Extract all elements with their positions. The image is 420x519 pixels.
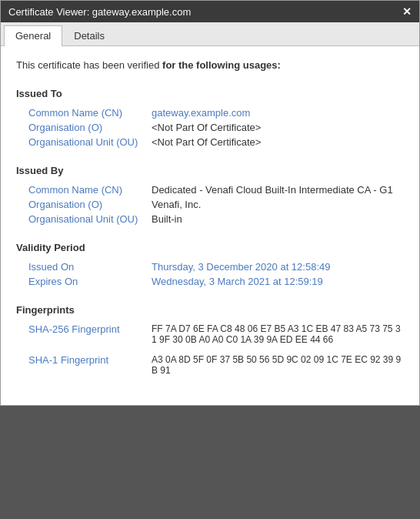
ou-row-issued-by: Organisational Unit (OU) Built-in	[16, 212, 404, 226]
ou-row-issued-to: Organisational Unit (OU) <Not Part Of Ce…	[16, 135, 404, 149]
issued-by-title: Issued By	[16, 165, 404, 176]
issued-by-section: Issued By Common Name (CN) Dedicated - V…	[16, 165, 404, 226]
expires-on-row: Expires On Wednesday, 3 March 2021 at 12…	[16, 274, 404, 289]
sha1-row: SHA-1 Fingerprint A3 0A 8D 5F 0F 37 5B 5…	[16, 353, 404, 377]
cn-row-issued-to: Common Name (CN) gateway.example.com	[16, 105, 404, 120]
certificate-viewer-window: Certificate Viewer: gateway.example.com …	[0, 0, 420, 406]
expires-on-label: Expires On	[28, 276, 152, 287]
org-label-issued-by: Organisation (O)	[28, 199, 152, 210]
sha256-label: SHA-256 Fingerprint	[28, 323, 152, 345]
cn-label-issued-by: Common Name (CN)	[28, 184, 152, 196]
cn-value-issued-by: Dedicated - Venafi Cloud Built-In Interm…	[152, 184, 393, 196]
issued-on-value: Thursday, 3 December 2020 at 12:58:49	[152, 261, 330, 273]
sha256-row: SHA-256 Fingerprint FF 7A D7 6E FA C8 48…	[16, 322, 404, 347]
org-row-issued-to: Organisation (O) <Not Part Of Certificat…	[16, 120, 404, 135]
cn-value-issued-to: gateway.example.com	[152, 107, 250, 119]
verified-text: This certificate has been verified for t…	[16, 59, 404, 72]
org-label-issued-to: Organisation (O)	[28, 122, 152, 133]
issued-to-section: Issued To Common Name (CN) gateway.examp…	[16, 88, 404, 149]
ou-label-issued-by: Organisational Unit (OU)	[28, 213, 152, 225]
issued-on-label: Issued On	[28, 261, 152, 273]
cn-row-issued-by: Common Name (CN) Dedicated - Venafi Clou…	[16, 182, 404, 197]
tab-general[interactable]: General	[4, 25, 62, 46]
fingerprints-title: Fingerprints	[16, 304, 404, 316]
tab-bar: General Details	[1, 22, 419, 46]
sha256-value: FF 7A D7 6E FA C8 48 06 E7 B5 A3 1C EB 4…	[152, 323, 404, 345]
fingerprints-section: Fingerprints SHA-256 Fingerprint FF 7A D…	[16, 304, 404, 377]
validity-title: Validity Period	[16, 242, 404, 253]
close-button[interactable]: ✕	[402, 5, 412, 18]
ou-label-issued-to: Organisational Unit (OU)	[28, 136, 152, 148]
tab-details[interactable]: Details	[62, 25, 116, 45]
content-area: This certificate has been verified for t…	[1, 46, 419, 405]
issued-on-row: Issued On Thursday, 3 December 2020 at 1…	[16, 260, 404, 274]
org-row-issued-by: Organisation (O) Venafi, Inc.	[16, 197, 404, 212]
issued-to-title: Issued To	[16, 88, 404, 99]
sha1-value: A3 0A 8D 5F 0F 37 5B 50 56 5D 9C 02 09 1…	[152, 354, 404, 376]
title-bar: Certificate Viewer: gateway.example.com …	[1, 1, 419, 22]
ou-value-issued-by: Built-in	[152, 213, 182, 225]
org-value-issued-to: <Not Part Of Certificate>	[152, 122, 261, 133]
window-title: Certificate Viewer: gateway.example.com	[8, 6, 191, 18]
validity-section: Validity Period Issued On Thursday, 3 De…	[16, 242, 404, 289]
sha1-label: SHA-1 Fingerprint	[28, 354, 152, 376]
expires-on-value: Wednesday, 3 March 2021 at 12:59:19	[152, 276, 323, 287]
org-value-issued-by: Venafi, Inc.	[152, 199, 201, 210]
ou-value-issued-to: <Not Part Of Certificate>	[152, 136, 261, 148]
cn-label-issued-to: Common Name (CN)	[28, 107, 152, 119]
